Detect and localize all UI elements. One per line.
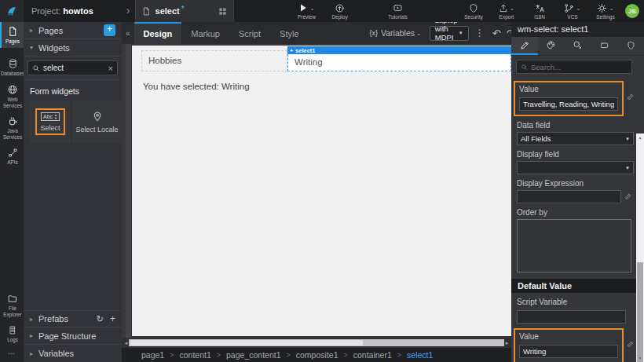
widgets-section-header[interactable]: ▾ Widgets <box>24 39 122 57</box>
user-avatar[interactable]: JS <box>625 4 639 18</box>
left-panel-spacer <box>24 143 122 310</box>
refresh-icon[interactable]: ↻ <box>97 314 104 324</box>
breadcrumb-item[interactable]: composite1 <box>296 350 338 360</box>
tab-styles[interactable] <box>538 37 565 55</box>
pages-section-header[interactable]: ▸ Pages + <box>24 22 122 39</box>
widget-search-input[interactable] <box>43 64 108 72</box>
dropdown-arrow-icon: ▼ <box>459 31 463 35</box>
rail-item-file-explorer[interactable]: File Explorer <box>0 290 24 321</box>
data-field-value: All Fields <box>521 134 551 143</box>
rail-item-logs[interactable]: Logs <box>0 321 24 346</box>
pencil-icon <box>520 41 529 50</box>
project-label: Project: <box>31 6 60 16</box>
canvas-ruler <box>126 44 132 338</box>
rail-spacer <box>0 169 24 290</box>
chevron-right-icon: ▸ <box>30 350 33 357</box>
property-search-box[interactable] <box>516 60 632 74</box>
export-button[interactable]: ⌄ Export <box>493 0 520 22</box>
variables-dropdown-label: Variables <box>381 28 415 38</box>
play-icon <box>298 3 308 13</box>
vertical-scrollbar[interactable]: ▲ ▼ <box>636 133 644 362</box>
tab-script[interactable]: Script <box>229 22 270 44</box>
bind-link-icon[interactable] <box>624 340 636 349</box>
variables-section-header[interactable]: ▸ Variables <box>24 345 122 362</box>
hobbies-label-widget[interactable]: Hobbies <box>141 50 287 71</box>
tab-markup[interactable]: Markup <box>181 22 229 44</box>
rail-item-java-services[interactable]: Java Services <box>0 112 24 144</box>
location-pin-icon <box>92 111 103 122</box>
i18n-button[interactable]: I18N <box>526 0 553 22</box>
security-button[interactable]: Security <box>460 0 487 22</box>
select1-widget[interactable]: +select1 Writing <box>287 46 511 71</box>
device-selector[interactable]: Laptop with MDPI Screen ▼ <box>430 26 469 41</box>
default-value-input[interactable] <box>519 345 618 358</box>
breadcrumb-item[interactable]: content1 <box>179 350 210 360</box>
scrollbar-thumb[interactable] <box>130 340 363 346</box>
deploy-button[interactable]: Deploy <box>327 0 353 22</box>
bind-link-icon[interactable] <box>621 192 634 201</box>
rail-item-apis[interactable]: APIs <box>0 144 24 169</box>
bind-link-icon[interactable] <box>624 93 636 101</box>
order-by-box[interactable] <box>517 219 631 272</box>
variables-label: Variables <box>38 349 74 358</box>
scroll-down-icon[interactable]: ▼ <box>636 356 644 360</box>
scroll-left-icon[interactable]: ◄ <box>123 341 129 346</box>
add-page-button[interactable]: + <box>104 24 115 36</box>
security-shield-icon <box>469 3 478 13</box>
settings-label: Settings <box>596 14 615 20</box>
canvas-page[interactable]: Hobbies +select1 Writing You have select… <box>132 46 511 336</box>
grid-icon[interactable] <box>218 7 227 16</box>
widget-tile-select-locale[interactable]: Select Locale <box>72 101 122 143</box>
value-input[interactable] <box>519 97 618 111</box>
tab-style[interactable]: Style <box>270 22 308 44</box>
selected-caption: You have selected: Writing <box>143 82 250 91</box>
prefabs-section-header[interactable]: ▸ Prefabs ↻ + <box>24 310 122 327</box>
display-field-select[interactable]: ▼ <box>517 161 634 174</box>
kebab-menu-icon[interactable]: ⋮ <box>475 27 485 38</box>
scrollbar-thumb[interactable] <box>637 262 643 362</box>
widget-tile-select[interactable]: Abc▲▼ Select <box>30 101 71 143</box>
scroll-up-icon[interactable]: ▲ <box>636 135 644 140</box>
tile-label: Select Locale <box>75 126 118 133</box>
select-control[interactable]: Writing <box>287 54 511 71</box>
tutorials-button[interactable]: Tutorials <box>385 0 412 22</box>
preview-button[interactable]: ⌄ Preview <box>294 0 320 22</box>
collapse-left-panel-button[interactable]: « <box>122 29 134 38</box>
breadcrumb-item-active[interactable]: select1 <box>407 350 433 360</box>
breadcrumb-item[interactable]: page_content1 <box>226 350 280 360</box>
breadcrumb-item[interactable]: page1 <box>141 350 164 360</box>
tab-devices[interactable] <box>591 37 617 55</box>
clear-search-icon[interactable]: × <box>108 64 113 73</box>
tab-events[interactable] <box>565 37 591 55</box>
breadcrumb-item[interactable]: container1 <box>353 350 392 360</box>
unsaved-indicator: * <box>181 5 185 13</box>
vcs-button[interactable]: ⌄ VCS <box>559 0 586 22</box>
page-structure-section-header[interactable]: ▸ Page Structure <box>24 327 122 345</box>
scroll-right-icon[interactable]: ► <box>504 341 510 346</box>
script-variable-input[interactable] <box>517 310 626 324</box>
page-tab-select[interactable]: select * <box>135 0 234 22</box>
tab-security[interactable] <box>617 37 644 55</box>
variables-dropdown[interactable]: {x} Variables ⌄ <box>370 28 422 38</box>
rail-item-web-services[interactable]: Web Services <box>0 80 24 112</box>
widget-search-box[interactable]: × <box>27 60 118 75</box>
rail-item-pages[interactable]: Pages <box>0 22 24 48</box>
settings-button[interactable]: ⌄ Settings <box>592 0 619 22</box>
scrollbar-track[interactable] <box>129 339 504 346</box>
rail-item-databases[interactable]: Databases <box>0 54 24 80</box>
wavemaker-logo-icon <box>5 5 18 17</box>
tab-design[interactable]: Design <box>134 22 182 44</box>
widget-selection-bar[interactable]: +select1 <box>287 46 511 54</box>
left-icon-rail: Pages Databases Web Services Java Servic… <box>0 22 24 362</box>
data-field-select[interactable]: All Fields ▼ <box>517 132 634 145</box>
property-search-input[interactable] <box>531 63 628 71</box>
add-prefab-icon[interactable]: + <box>110 313 115 324</box>
undo-icon[interactable]: ↶ <box>492 27 501 39</box>
display-expression-input[interactable] <box>517 190 621 203</box>
value-label: Value <box>519 85 618 93</box>
tab-properties[interactable] <box>511 37 538 55</box>
horizontal-scrollbar[interactable]: ◄ ► <box>122 338 511 348</box>
wavemaker-logo[interactable] <box>0 0 24 22</box>
rail-more-button[interactable]: ⋯ <box>0 346 24 362</box>
widget-tag[interactable]: +select1 <box>287 47 316 54</box>
